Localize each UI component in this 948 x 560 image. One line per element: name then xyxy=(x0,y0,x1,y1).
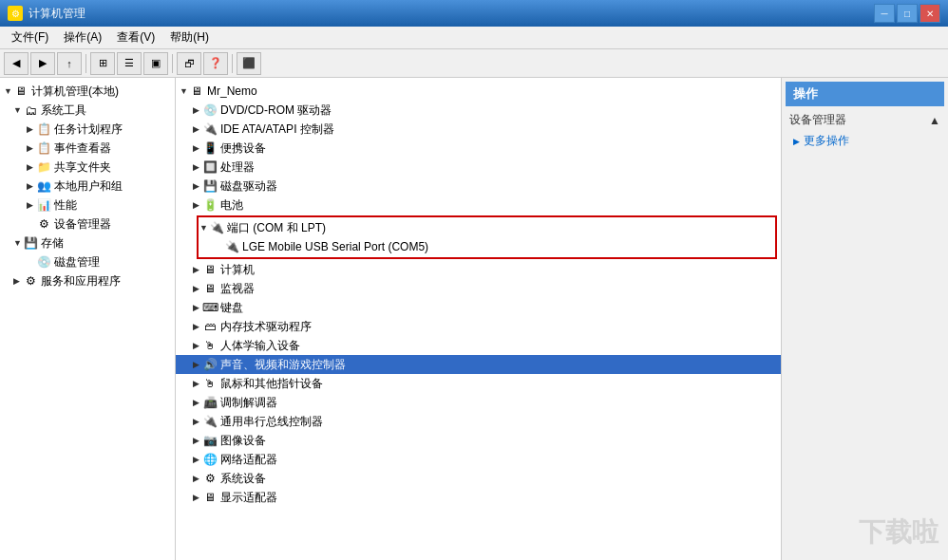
tree-audio[interactable]: ▶ 🔊 声音、视频和游戏控制器 xyxy=(176,355,781,374)
up-button[interactable]: ↑ xyxy=(57,52,82,75)
root-label: 计算机管理(本地) xyxy=(31,84,119,100)
modem-arrow: ▶ xyxy=(193,398,202,407)
tree-computer[interactable]: ▶ 🖥 计算机 xyxy=(176,260,781,279)
keyboard-arrow: ▶ xyxy=(193,303,202,312)
ports-arrow: ▼ xyxy=(199,223,209,233)
hid-arrow: ▶ xyxy=(193,341,202,350)
ports-icon: 🔌 xyxy=(209,220,224,235)
services-icon: ⚙ xyxy=(23,273,38,289)
network-icon: 🌐 xyxy=(202,452,218,467)
action-section-arrow: ▲ xyxy=(929,114,940,127)
tree-item-system-tools[interactable]: ▼ 🗂 系统工具 xyxy=(0,101,175,120)
tree-processor[interactable]: ▶ 🔲 处理器 xyxy=(176,158,781,177)
network-label: 网络适配器 xyxy=(220,452,277,468)
close-button[interactable]: ✕ xyxy=(920,4,940,23)
tree-item-disk-management[interactable]: 💿 磁盘管理 xyxy=(0,252,175,271)
system-devices-label: 系统设备 xyxy=(220,471,266,487)
action-header: 操作 xyxy=(786,82,944,106)
ports-label: 端口 (COM 和 LPT) xyxy=(227,220,326,236)
tree-modem[interactable]: ▶ 📠 调制解调器 xyxy=(176,393,781,412)
audio-arrow: ▶ xyxy=(193,360,202,369)
display-label: 显示适配器 xyxy=(220,490,277,506)
tree-hid[interactable]: ▶ 🖱 人体学输入设备 xyxy=(176,336,781,355)
tree-display[interactable]: ▶ 🖥 显示适配器 xyxy=(176,488,781,507)
local-users-label: 本地用户和组 xyxy=(54,178,123,195)
tree-item-shared-folders[interactable]: ▶ 📁 共享文件夹 xyxy=(0,158,175,177)
tree-system-devices[interactable]: ▶ ⚙ 系统设备 xyxy=(176,469,781,488)
tree-item-local-users[interactable]: ▶ 👥 本地用户和组 xyxy=(0,177,175,196)
tree-keyboard[interactable]: ▶ ⌨ 键盘 xyxy=(176,298,781,317)
menu-file[interactable]: 文件(F) xyxy=(4,28,56,48)
toolbar-separator-2 xyxy=(172,54,173,73)
tree-battery[interactable]: ▶ 🔋 电池 xyxy=(176,196,781,215)
task-scheduler-arrow: ▶ xyxy=(27,124,36,134)
display-arrow: ▶ xyxy=(193,493,202,502)
tree-item-task-scheduler[interactable]: ▶ 📋 任务计划程序 xyxy=(0,120,175,139)
help-button[interactable]: ❓ xyxy=(203,52,228,75)
tree-usb[interactable]: ▶ 🔌 通用串行总线控制器 xyxy=(176,412,781,431)
ide-label: IDE ATA/ATAPI 控制器 xyxy=(220,121,334,138)
tree-image[interactable]: ▶ 📷 图像设备 xyxy=(176,431,781,450)
disk-management-icon: 💿 xyxy=(36,254,51,270)
export-button[interactable]: ⬛ xyxy=(237,52,261,75)
menu-bar: 文件(F) 操作(A) 查看(V) 帮助(H) xyxy=(0,27,948,49)
portable-label: 便携设备 xyxy=(220,140,266,157)
system-tools-arrow: ▼ xyxy=(13,105,23,115)
computer2-icon: 🖥 xyxy=(202,262,218,277)
com5-label: LGE Mobile USB Serial Port (COM5) xyxy=(242,240,428,253)
image-icon: 📷 xyxy=(202,433,218,448)
maximize-button[interactable]: □ xyxy=(897,4,918,23)
tree-root-computer[interactable]: ▼ 🖥 计算机管理(本地) xyxy=(0,82,175,101)
forward-button[interactable]: ▶ xyxy=(30,52,55,75)
back-button[interactable]: ◀ xyxy=(4,52,28,75)
audio-icon: 🔊 xyxy=(202,357,218,372)
main-layout: ▼ 🖥 计算机管理(本地) ▼ 🗂 系统工具 ▶ 📋 任务计划程序 ▶ 📋 事件… xyxy=(0,78,948,560)
memory-icon: 🗃 xyxy=(202,319,218,334)
processor-arrow: ▶ xyxy=(193,162,202,172)
performance-icon: 📊 xyxy=(36,197,51,213)
processor-icon: 🔲 xyxy=(202,159,218,175)
menu-view[interactable]: 查看(V) xyxy=(109,28,162,48)
window-controls[interactable]: ─ □ ✕ xyxy=(874,4,940,23)
audio-label: 声音、视频和游戏控制器 xyxy=(220,357,346,373)
tree-disk[interactable]: ▶ 💾 磁盘驱动器 xyxy=(176,177,781,196)
action-section-text: 设备管理器 xyxy=(789,112,846,128)
tree-memory[interactable]: ▶ 🗃 内存技术驱动程序 xyxy=(176,317,781,336)
shared-folders-label: 共享文件夹 xyxy=(54,159,111,176)
services-arrow: ▶ xyxy=(13,276,23,286)
properties-button[interactable]: ▣ xyxy=(143,52,168,75)
portable-icon: 📱 xyxy=(202,140,218,156)
portable-arrow: ▶ xyxy=(193,143,202,153)
mouse-label: 鼠标和其他指针设备 xyxy=(220,376,323,392)
mouse-icon: 🖱 xyxy=(202,376,218,391)
action-section: 设备管理器 ▲ xyxy=(786,110,944,130)
tree-com5[interactable]: 🔌 LGE Mobile USB Serial Port (COM5) xyxy=(199,237,774,256)
tree-middle-root[interactable]: ▼ 🖥 Mr_Nemo xyxy=(176,82,781,101)
system-devices-arrow: ▶ xyxy=(193,474,202,483)
action-link-more[interactable]: ▶ 更多操作 xyxy=(786,130,944,152)
list-button[interactable]: ☰ xyxy=(117,52,142,75)
tree-item-event-viewer[interactable]: ▶ 📋 事件查看器 xyxy=(0,139,175,158)
disk-label: 磁盘驱动器 xyxy=(220,178,277,195)
tree-dvd[interactable]: ▶ 💿 DVD/CD-ROM 驱动器 xyxy=(176,101,781,120)
tree-portable[interactable]: ▶ 📱 便携设备 xyxy=(176,139,781,158)
menu-action[interactable]: 操作(A) xyxy=(56,28,109,48)
tree-item-device-manager[interactable]: ⚙ 设备管理器 xyxy=(0,215,175,233)
usb-arrow: ▶ xyxy=(193,417,202,426)
tree-mouse[interactable]: ▶ 🖱 鼠标和其他指针设备 xyxy=(176,374,781,393)
tree-ide[interactable]: ▶ 🔌 IDE ATA/ATAPI 控制器 xyxy=(176,120,781,139)
tree-item-services[interactable]: ▶ ⚙ 服务和应用程序 xyxy=(0,271,175,290)
tree-item-storage[interactable]: ▼ 💾 存储 xyxy=(0,233,175,252)
new-window-button[interactable]: 🗗 xyxy=(177,52,201,75)
menu-help[interactable]: 帮助(H) xyxy=(162,28,217,48)
system-tools-icon: 🗂 xyxy=(23,103,38,118)
tree-item-performance[interactable]: ▶ 📊 性能 xyxy=(0,196,175,215)
tree-ports[interactable]: ▼ 🔌 端口 (COM 和 LPT) xyxy=(199,218,774,237)
com5-icon: 🔌 xyxy=(224,239,239,254)
show-hide-button[interactable]: ⊞ xyxy=(90,52,115,75)
tree-monitor[interactable]: ▶ 🖥 监视器 xyxy=(176,279,781,298)
tree-network[interactable]: ▶ 🌐 网络适配器 xyxy=(176,450,781,469)
right-panel: 操作 设备管理器 ▲ ▶ 更多操作 xyxy=(782,78,948,560)
toolbar: ◀ ▶ ↑ ⊞ ☰ ▣ 🗗 ❓ ⬛ xyxy=(0,49,948,78)
minimize-button[interactable]: ─ xyxy=(874,4,895,23)
